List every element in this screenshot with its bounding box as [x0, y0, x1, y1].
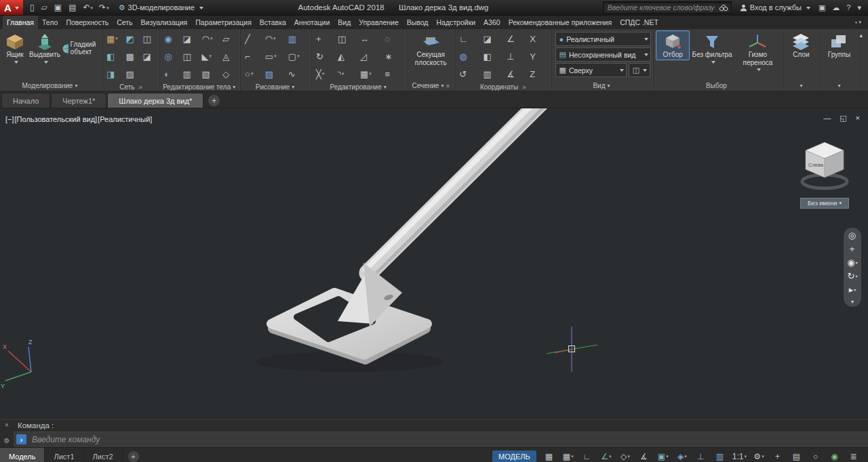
shell-icon[interactable]: ▧ — [201, 69, 220, 79]
union-icon[interactable]: ◉ — [163, 34, 180, 44]
copy-icon[interactable]: ◫ — [336, 34, 357, 44]
tab-vid[interactable]: Вид — [334, 16, 355, 29]
ortho-icon[interactable]: ∟ — [578, 450, 596, 462]
viewpoint-dropdown[interactable]: ▦ Сверху — [555, 63, 627, 77]
smooth-object-button[interactable]: Гладкий объект — [62, 41, 100, 56]
viewcube[interactable]: Слева — [797, 135, 852, 196]
panel-footer-solid-editing[interactable]: Редактирование тела▾ — [160, 83, 240, 91]
otrack-icon[interactable]: ∡ — [635, 450, 653, 462]
graphics-performance-icon[interactable]: ◉ — [826, 450, 844, 462]
box-button[interactable]: Ящик — [2, 30, 28, 64]
panel-footer-coordinates[interactable]: Координаты» — [455, 83, 551, 91]
polyline-icon[interactable]: ⌐ — [243, 51, 262, 62]
scale-icon[interactable]: ◿ — [359, 51, 382, 62]
smooth-object-icon[interactable]: ◧ — [105, 51, 123, 62]
tab-spds[interactable]: СПДС .NET — [616, 16, 663, 29]
circle-icon[interactable]: ○▾ — [243, 69, 262, 79]
move-gizmo-button[interactable]: Гизмо переноса — [734, 30, 781, 72]
model-space-canvas[interactable]: Z X Y — [0, 108, 868, 419]
help-icon[interactable]: ? — [846, 4, 850, 12]
array-icon[interactable]: ▦▾ — [359, 69, 382, 79]
ucs-zaxis-icon[interactable]: ⊥ — [505, 51, 527, 62]
check-solid-icon[interactable]: ◇ — [221, 69, 237, 79]
layout-tab-list2[interactable]: Лист2 — [84, 448, 123, 462]
tab-parametrizatsiya[interactable]: Параметризация — [191, 16, 256, 29]
tab-vyvod[interactable]: Вывод — [403, 16, 433, 29]
selection-cycling-icon[interactable]: ▥ — [711, 450, 729, 462]
viewcube-view-selector[interactable]: Без имени▾ — [800, 198, 849, 209]
arc-icon[interactable]: ◠▾ — [264, 34, 285, 44]
hatch-icon[interactable]: ▨ — [264, 69, 285, 79]
file-tab-drawing1[interactable]: Чертеж1* — [51, 93, 106, 108]
panel-footer-view[interactable]: Вид▾ — [551, 81, 653, 91]
panel-footer-mesh[interactable]: Сеть» — [102, 83, 159, 91]
layers-button[interactable]: Слои — [785, 30, 816, 59]
viewport-minimize-control[interactable]: [−] — [5, 115, 14, 123]
help-menu-caret[interactable]: ▾ — [857, 4, 861, 12]
binoculars-icon[interactable] — [719, 4, 728, 12]
rectangle-icon[interactable]: ▭▾ — [264, 51, 285, 62]
zoom-icon[interactable]: ◉▾ — [847, 258, 857, 267]
spline-icon[interactable]: ∿ — [287, 69, 309, 79]
mesh-extrude-face-icon[interactable]: ◫ — [141, 34, 157, 44]
rod[interactable] — [366, 108, 547, 277]
tab-a360[interactable]: A360 — [479, 16, 505, 29]
new-file-icon[interactable]: ▯ — [30, 3, 35, 12]
app-menu-button[interactable]: A — [0, 0, 23, 15]
erase-icon[interactable]: ◌ — [384, 34, 404, 44]
ucs-origin-icon[interactable]: ∠ — [505, 34, 527, 44]
a360-cloud-icon[interactable]: ☁ — [832, 4, 840, 12]
signin-button[interactable]: Вход в службы — [740, 3, 810, 12]
groups-button[interactable]: Группы — [821, 30, 856, 59]
pan-icon[interactable]: + — [850, 245, 856, 253]
fillet-edge-icon[interactable]: ◠▾ — [201, 34, 220, 44]
tab-poverkhnost[interactable]: Поверхность — [62, 16, 113, 29]
panel-footer-draw[interactable]: Рисование▾ — [241, 83, 311, 91]
viewport-minimize-button[interactable]: — — [823, 114, 831, 123]
ribbon-collapse-button[interactable]: ▴ — [859, 29, 868, 91]
steering-wheel-icon[interactable]: ◎ — [848, 231, 856, 240]
customize-wrench-icon[interactable]: ⚙ — [4, 437, 10, 444]
tab-telo[interactable]: Тело — [38, 16, 62, 29]
osnap-icon[interactable]: ▣▾ — [654, 450, 672, 462]
layout-tab-model[interactable]: Модель — [0, 448, 45, 462]
ucs-view-icon[interactable]: ▥ — [481, 69, 504, 79]
ucs-previous-icon[interactable]: ↺ — [458, 69, 480, 79]
osnap-3d-icon[interactable]: ◈▾ — [673, 450, 691, 462]
snap-icon[interactable]: ▦▾ — [559, 450, 577, 462]
tab-upravlenie[interactable]: Управление — [355, 16, 402, 29]
separate-icon[interactable]: ◬ — [221, 51, 237, 62]
ucs-icon[interactable]: ∟ — [458, 34, 480, 44]
panel-footer-section[interactable]: Сечение▾» — [407, 81, 454, 91]
ucs-x-icon[interactable]: X — [528, 34, 548, 44]
file-tab-start[interactable]: Начало — [1, 93, 50, 108]
mesh-box-icon[interactable]: ▦▾ — [105, 34, 123, 44]
selection-filter-button[interactable]: Без фильтра — [691, 30, 733, 64]
polar-tracking-icon[interactable]: ∠▾ — [597, 450, 615, 462]
mesh-split-face-icon[interactable]: ◪ — [141, 51, 157, 62]
customization-icon[interactable]: ≣ — [845, 450, 863, 462]
tab-recommended[interactable]: Рекомендованные приложения — [505, 16, 616, 29]
exchange-apps-icon[interactable]: ▣ — [818, 4, 825, 12]
mesh-refine-icon[interactable]: ▩ — [124, 51, 140, 62]
section-plane-button[interactable]: Секущая плоскость — [409, 30, 452, 66]
panel-footer-selection[interactable]: Выбор — [654, 81, 783, 91]
visual-style-dropdown[interactable]: ● Реалистичный — [555, 32, 651, 46]
annotation-scale-button[interactable]: 1:1▾ — [730, 450, 749, 462]
viewport-restore-button[interactable]: ◱ — [840, 114, 846, 123]
boundary-icon[interactable]: ▢▾ — [287, 51, 309, 62]
search-input[interactable] — [606, 3, 717, 12]
named-view-dropdown[interactable]: ▤ Несохраненный вид — [555, 47, 651, 62]
viewport-config-dropdown[interactable]: ◫ — [629, 63, 650, 77]
model-space-button[interactable]: МОДЕЛЬ — [492, 450, 536, 462]
file-tab-current[interactable]: Шлако дерка 3д вид* — [107, 93, 203, 108]
imprint-icon[interactable]: ▱ — [221, 34, 237, 44]
orbit-icon[interactable]: ↻▾ — [848, 272, 858, 280]
gradient-icon[interactable]: ▥ — [287, 34, 309, 44]
tab-annotatsii[interactable]: Аннотации — [290, 16, 334, 29]
ucs-3point-icon[interactable]: ∡ — [505, 69, 527, 79]
viewport-close-button[interactable]: × — [856, 114, 860, 123]
undo-icon[interactable]: ↶▾ — [83, 3, 94, 12]
isolate-objects-icon[interactable]: ○ — [807, 450, 825, 462]
culling-button[interactable]: Отбор — [656, 30, 689, 60]
